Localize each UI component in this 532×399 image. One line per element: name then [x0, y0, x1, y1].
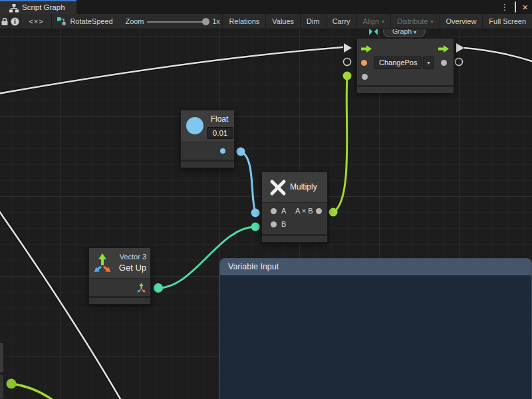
node-multiply-header[interactable]: Multiply	[262, 172, 327, 202]
port-dot-float-out[interactable]	[237, 148, 245, 156]
overview-button[interactable]: Overview	[440, 14, 483, 29]
script-graph-window: Variable Input	[0, 0, 532, 399]
node-multiply-footer	[262, 236, 327, 242]
multiply-x-icon	[269, 179, 287, 196]
multiply-port-b-label: B	[281, 220, 286, 228]
port-dot-bottom-left[interactable]	[7, 379, 17, 389]
node-graph-body[interactable]: ChangePos ▼	[356, 38, 454, 93]
port-dot-multiply-result[interactable]	[329, 208, 338, 217]
flow-in-arrow-icon[interactable]	[361, 45, 372, 53]
info-icon	[11, 17, 19, 26]
distribute-dropdown-button[interactable]: Distribute ▾	[391, 14, 440, 29]
full-screen-button[interactable]: Full Screen	[483, 14, 532, 29]
zoom-label: Zoom	[125, 17, 144, 25]
vector3-arrows-icon	[92, 253, 112, 273]
distribute-dropdown-arrow-icon: ▾	[431, 19, 434, 25]
graph-variable-select[interactable]: ChangePos	[374, 57, 422, 69]
node-float[interactable]: Float	[180, 110, 235, 168]
zoom-slider-knob[interactable]	[202, 18, 209, 25]
graph-title-dropdown-arrow-icon: ▾	[414, 29, 416, 35]
port-dot-multiply-a-in[interactable]	[251, 209, 260, 217]
node-vector-title: Get Up	[119, 263, 146, 273]
node-graph-footer	[357, 87, 454, 93]
align-dropdown-arrow-icon: ▾	[382, 19, 384, 25]
lock-button[interactable]	[0, 14, 10, 29]
group-panel[interactable]: Variable Input	[219, 258, 532, 399]
multiply-port-out[interactable]	[316, 208, 322, 214]
group-panel-title[interactable]: Variable Input	[220, 259, 531, 275]
align-dropdown-button[interactable]: Align ▾	[357, 14, 391, 29]
node-vector-footer	[89, 298, 150, 304]
group-panel-body[interactable]	[220, 275, 531, 399]
script-graph-icon	[9, 4, 19, 13]
node-float-ports	[181, 142, 234, 160]
float-value-input[interactable]	[207, 127, 233, 139]
cut-node-body[interactable]	[0, 374, 4, 399]
tab-script-graph[interactable]: Script Graph	[0, 0, 76, 14]
node-multiply[interactable]: Multiply A A × B B	[261, 172, 328, 243]
graph-asset-small-icon	[57, 17, 66, 26]
node-vector-get-up[interactable]: Vector 3 Get Up	[88, 247, 151, 305]
node-multiply-title: Multiply	[290, 182, 317, 192]
node-multiply-ports: A A × B B	[262, 202, 327, 234]
node-vector-header[interactable]: Vector 3 Get Up	[89, 248, 150, 278]
graph-output-port[interactable]	[441, 60, 447, 66]
kebab-menu-icon[interactable]: ⋮	[500, 0, 509, 14]
window-controls: ⋮ ×	[500, 0, 528, 14]
close-icon[interactable]: ×	[522, 0, 528, 14]
multiply-port-b[interactable]	[271, 221, 277, 227]
graph-name-label: RotateSpeed	[70, 17, 112, 25]
flow-out-arrow-icon[interactable]	[438, 45, 449, 53]
cut-node-header[interactable]	[0, 342, 4, 373]
tab-bar: Script Graph ⋮ ×	[0, 0, 532, 14]
float-type-icon	[186, 117, 203, 134]
node-float-footer	[181, 162, 234, 168]
graph-variable-port[interactable]	[361, 60, 367, 66]
multiply-port-a-label: A	[281, 207, 286, 215]
code-icon: <×>	[29, 17, 43, 25]
multiply-port-out-label: A × B	[295, 207, 313, 215]
maximize-icon[interactable]	[515, 0, 516, 14]
toolbar-graph-info: RotateSpeed Zoom 1x	[52, 14, 223, 29]
info-button[interactable]	[10, 14, 21, 29]
values-button[interactable]: Values	[266, 14, 301, 29]
graph-value-in-port[interactable]	[362, 74, 368, 80]
code-view-button[interactable]: <×>	[21, 14, 53, 29]
node-graph-unit[interactable]: Graph ▾ ChangePos ▼	[356, 24, 454, 93]
node-vector-type-label: Vector 3	[120, 253, 146, 261]
float-output-port[interactable]	[220, 148, 225, 154]
relations-button[interactable]: Relations	[223, 14, 266, 29]
multiply-port-a[interactable]	[271, 208, 277, 214]
node-float-header[interactable]: Float	[181, 110, 234, 142]
port-dot-graph-value-in[interactable]	[343, 72, 352, 80]
lock-icon	[1, 17, 8, 26]
carry-button[interactable]: Carry	[327, 14, 357, 29]
tab-script-graph-label: Script Graph	[22, 3, 65, 11]
zoom-value: 1x	[212, 17, 219, 25]
zoom-slider-track[interactable]	[147, 21, 207, 23]
node-vector-ports	[89, 278, 150, 296]
dim-button[interactable]: Dim	[301, 14, 327, 29]
graph-variable-select-arrow-icon[interactable]: ▼	[423, 57, 434, 69]
node-float-title: Float	[206, 114, 233, 124]
port-dot-multiply-b-in[interactable]	[251, 223, 260, 231]
vector3-output-port-icon[interactable]	[136, 283, 146, 293]
toolbar: <×> RotateSpeed Zoom 1x Relations Values…	[0, 14, 532, 29]
port-dot-vector-out[interactable]	[154, 283, 163, 293]
